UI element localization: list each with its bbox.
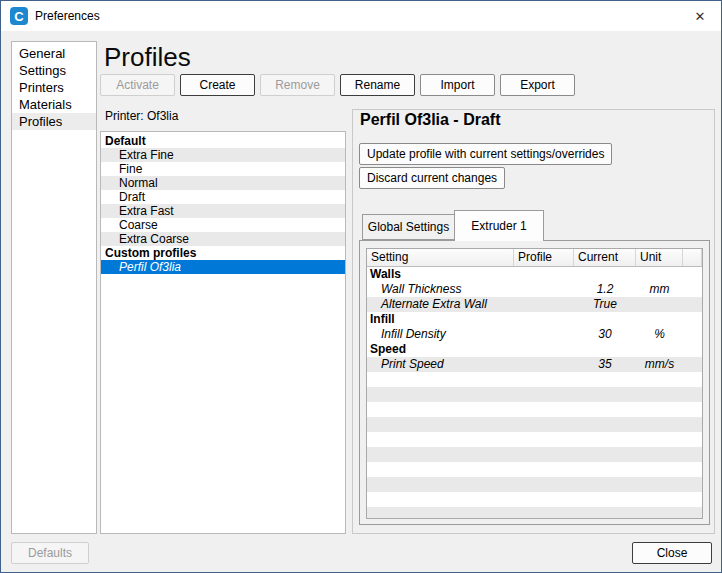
settings-nav: GeneralSettingsPrintersMaterialsProfiles xyxy=(11,41,97,534)
cell-spacer xyxy=(683,357,702,372)
create-button[interactable]: Create xyxy=(180,74,255,96)
table-row-empty xyxy=(367,402,702,417)
cell-unit: mm xyxy=(636,282,683,297)
table-row-empty xyxy=(367,462,702,477)
column-header-setting: Setting xyxy=(367,249,514,266)
cell-spacer xyxy=(683,267,702,282)
update-profile-button[interactable]: Update profile with current settings/ove… xyxy=(359,143,612,165)
table-row-alternate-extra-wall: Alternate Extra WallTrue xyxy=(367,297,702,312)
cell-spacer xyxy=(683,312,702,327)
table-body: WallsWall Thickness1.2mmAlternate Extra … xyxy=(367,267,702,519)
table-row-empty xyxy=(367,432,702,447)
cell-unit: mm/s xyxy=(636,357,683,372)
cell-setting: Walls xyxy=(367,267,514,282)
sidebar-item-profiles[interactable]: Profiles xyxy=(12,113,96,130)
table-row-empty xyxy=(367,507,702,519)
sidebar-item-settings[interactable]: Settings xyxy=(12,62,96,79)
profile-row-draft[interactable]: Draft xyxy=(101,190,345,204)
profile-row-normal[interactable]: Normal xyxy=(101,176,345,190)
column-header-current: Current xyxy=(574,249,636,266)
profile-row-extra-fast[interactable]: Extra Fast xyxy=(101,204,345,218)
profile-list: DefaultExtra FineFineNormalDraftExtra Fa… xyxy=(100,131,346,534)
profiles-toolbar: ActivateCreateRemoveRenameImportExport xyxy=(100,74,575,96)
discard-changes-button[interactable]: Discard current changes xyxy=(359,167,505,189)
table-row-empty xyxy=(367,447,702,462)
rename-button[interactable]: Rename xyxy=(340,74,415,96)
cell-current: 35 xyxy=(574,357,636,372)
cell-profile xyxy=(514,342,574,357)
activate-button: Activate xyxy=(100,74,175,96)
sidebar-item-materials[interactable]: Materials xyxy=(12,96,96,113)
table-row-empty xyxy=(367,387,702,402)
titlebar[interactable]: C Preferences ✕ xyxy=(1,1,721,31)
settings-tabs: Global SettingsExtruder 1 xyxy=(362,210,544,240)
table-row-empty xyxy=(367,417,702,432)
cell-setting: Speed xyxy=(367,342,514,357)
profile-row-extra-coarse[interactable]: Extra Coarse xyxy=(101,232,345,246)
cell-setting: Print Speed xyxy=(367,357,514,372)
cell-profile xyxy=(514,297,574,312)
profile-row-coarse[interactable]: Coarse xyxy=(101,218,345,232)
cell-current xyxy=(574,267,636,282)
defaults-button: Defaults xyxy=(11,542,89,564)
window-close-button[interactable]: ✕ xyxy=(679,1,721,31)
cura-app-icon: C xyxy=(10,7,28,25)
cell-unit: % xyxy=(636,327,683,342)
tab-global-settings[interactable]: Global Settings xyxy=(362,214,454,240)
settings-table: SettingProfileCurrentUnit WallsWall Thic… xyxy=(366,248,703,519)
cell-profile xyxy=(514,282,574,297)
cell-setting: Wall Thickness xyxy=(367,282,514,297)
column-header-unit: Unit xyxy=(636,249,683,266)
cell-current: 30 xyxy=(574,327,636,342)
page-title: Profiles xyxy=(104,43,191,71)
profile-row-default: Default xyxy=(101,134,345,148)
profile-row-extra-fine[interactable]: Extra Fine xyxy=(101,148,345,162)
cell-spacer xyxy=(683,327,702,342)
cell-profile xyxy=(514,312,574,327)
remove-button: Remove xyxy=(260,74,335,96)
cell-setting: Infill Density xyxy=(367,327,514,342)
cell-setting: Alternate Extra Wall xyxy=(367,297,514,312)
cell-profile xyxy=(514,357,574,372)
export-button[interactable]: Export xyxy=(500,74,575,96)
profile-row-perfil-of3lia[interactable]: Perfil Of3lia xyxy=(101,260,345,274)
table-header-spacer xyxy=(683,249,702,266)
profile-row-fine[interactable]: Fine xyxy=(101,162,345,176)
close-icon: ✕ xyxy=(695,9,706,24)
column-header-profile: Profile xyxy=(514,249,574,266)
extruder-tab-pane: SettingProfileCurrentUnit WallsWall Thic… xyxy=(359,240,710,525)
close-button[interactable]: Close xyxy=(632,542,712,564)
table-row-infill: Infill xyxy=(367,312,702,327)
cell-current xyxy=(574,342,636,357)
cell-unit xyxy=(636,312,683,327)
cell-unit xyxy=(636,267,683,282)
cell-setting: Infill xyxy=(367,312,514,327)
import-button[interactable]: Import xyxy=(420,74,495,96)
cell-unit xyxy=(636,297,683,312)
cell-spacer xyxy=(683,282,702,297)
table-row-infill-density: Infill Density30% xyxy=(367,327,702,342)
table-header: SettingProfileCurrentUnit xyxy=(367,249,702,267)
cell-current xyxy=(574,312,636,327)
table-row-walls: Walls xyxy=(367,267,702,282)
cell-spacer xyxy=(683,342,702,357)
printer-label: Printer: Of3lia xyxy=(105,109,178,123)
cell-current: True xyxy=(574,297,636,312)
window-title: Preferences xyxy=(35,1,100,31)
cell-spacer xyxy=(683,297,702,312)
table-row-empty xyxy=(367,372,702,387)
profile-detail-panel: Perfil Of3lia - Draft Update profile wit… xyxy=(352,109,715,534)
cell-profile xyxy=(514,327,574,342)
profile-detail-title: Perfil Of3lia - Draft xyxy=(360,111,500,129)
tab-extruder-1[interactable]: Extruder 1 xyxy=(454,210,544,241)
table-row-speed: Speed xyxy=(367,342,702,357)
table-row-empty xyxy=(367,477,702,492)
sidebar-item-printers[interactable]: Printers xyxy=(12,79,96,96)
cell-current: 1.2 xyxy=(574,282,636,297)
cell-unit xyxy=(636,342,683,357)
table-row-empty xyxy=(367,492,702,507)
preferences-window: C Preferences ✕ GeneralSettingsPrintersM… xyxy=(0,0,722,573)
table-row-wall-thickness: Wall Thickness1.2mm xyxy=(367,282,702,297)
sidebar-item-general[interactable]: General xyxy=(12,45,96,62)
cell-profile xyxy=(514,267,574,282)
